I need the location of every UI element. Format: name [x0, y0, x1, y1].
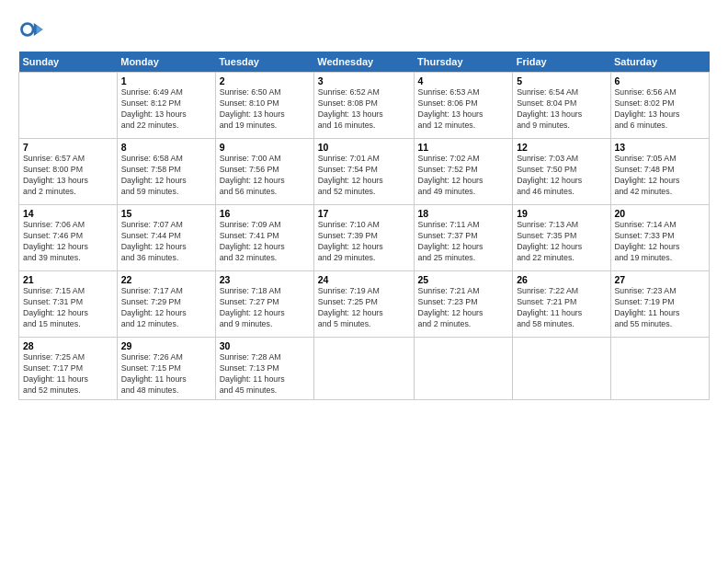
week-row-3: 14Sunrise: 7:06 AMSunset: 7:46 PMDayligh…: [19, 205, 710, 271]
svg-marker-3: [37, 26, 43, 33]
day-info: Sunrise: 7:01 AMSunset: 7:54 PMDaylight:…: [318, 154, 410, 198]
svg-point-1: [23, 25, 32, 34]
day-info: Sunrise: 7:23 AMSunset: 7:19 PMDaylight:…: [615, 286, 706, 330]
day-number: 23: [220, 274, 310, 285]
calendar-cell: 30Sunrise: 7:28 AMSunset: 7:13 PMDayligh…: [215, 338, 313, 400]
calendar-cell: 13Sunrise: 7:05 AMSunset: 7:48 PMDayligh…: [610, 139, 710, 205]
calendar-cell: 5Sunrise: 6:54 AMSunset: 8:04 PMDaylight…: [513, 73, 610, 139]
day-number: 5: [517, 75, 606, 86]
day-number: 2: [220, 75, 310, 86]
weekday-header-sunday: Sunday: [19, 52, 118, 73]
day-info: Sunrise: 7:18 AMSunset: 7:27 PMDaylight:…: [220, 286, 310, 330]
calendar-cell: 20Sunrise: 7:14 AMSunset: 7:33 PMDayligh…: [610, 205, 710, 271]
day-number: 6: [615, 75, 706, 86]
calendar-cell: 17Sunrise: 7:10 AMSunset: 7:39 PMDayligh…: [313, 205, 414, 271]
day-info: Sunrise: 6:50 AMSunset: 8:10 PMDaylight:…: [220, 87, 310, 132]
day-info: Sunrise: 6:52 AMSunset: 8:08 PMDaylight:…: [318, 87, 410, 132]
weekday-header-saturday: Saturday: [610, 52, 710, 73]
calendar-cell: 18Sunrise: 7:11 AMSunset: 7:37 PMDayligh…: [414, 205, 513, 271]
weekday-header-friday: Friday: [513, 52, 610, 73]
day-number: 15: [121, 208, 211, 219]
day-info: Sunrise: 7:26 AMSunset: 7:15 PMDaylight:…: [121, 352, 211, 396]
day-number: 13: [615, 142, 706, 153]
calendar-cell: 26Sunrise: 7:22 AMSunset: 7:21 PMDayligh…: [513, 271, 610, 338]
calendar-cell: 25Sunrise: 7:21 AMSunset: 7:23 PMDayligh…: [414, 271, 513, 338]
day-number: 28: [23, 340, 113, 351]
calendar-cell: 4Sunrise: 6:53 AMSunset: 8:06 PMDaylight…: [414, 73, 513, 139]
calendar-cell: [19, 73, 118, 139]
logo-icon: [18, 17, 44, 42]
page: SundayMondayTuesdayWednesdayThursdayFrid…: [0, 0, 728, 563]
day-info: Sunrise: 7:22 AMSunset: 7:21 PMDaylight:…: [517, 286, 606, 330]
day-number: 1: [121, 75, 211, 86]
day-number: 26: [517, 274, 606, 285]
weekday-header-wednesday: Wednesday: [313, 52, 414, 73]
day-number: 18: [418, 208, 509, 219]
day-number: 29: [121, 340, 211, 351]
day-number: 25: [418, 274, 509, 285]
week-row-1: 1Sunrise: 6:49 AMSunset: 8:12 PMDaylight…: [19, 73, 710, 139]
calendar-cell: 27Sunrise: 7:23 AMSunset: 7:19 PMDayligh…: [610, 271, 710, 338]
day-number: 9: [220, 142, 310, 153]
day-number: 19: [517, 208, 606, 219]
day-info: Sunrise: 6:49 AMSunset: 8:12 PMDaylight:…: [121, 87, 211, 132]
day-info: Sunrise: 6:56 AMSunset: 8:02 PMDaylight:…: [615, 87, 706, 132]
day-info: Sunrise: 7:13 AMSunset: 7:35 PMDaylight:…: [517, 220, 606, 264]
calendar-cell: 14Sunrise: 7:06 AMSunset: 7:46 PMDayligh…: [19, 205, 118, 271]
day-info: Sunrise: 7:25 AMSunset: 7:17 PMDaylight:…: [23, 352, 113, 396]
day-number: 17: [318, 208, 410, 219]
header: [18, 17, 710, 42]
day-info: Sunrise: 7:15 AMSunset: 7:31 PMDaylight:…: [23, 286, 113, 330]
day-number: 21: [23, 274, 113, 285]
day-info: Sunrise: 7:11 AMSunset: 7:37 PMDaylight:…: [418, 220, 509, 264]
calendar-cell: 22Sunrise: 7:17 AMSunset: 7:29 PMDayligh…: [117, 271, 215, 338]
day-number: 8: [121, 142, 211, 153]
day-info: Sunrise: 7:06 AMSunset: 7:46 PMDaylight:…: [23, 220, 113, 264]
calendar-cell: 19Sunrise: 7:13 AMSunset: 7:35 PMDayligh…: [513, 205, 610, 271]
week-row-2: 7Sunrise: 6:57 AMSunset: 8:00 PMDaylight…: [19, 139, 710, 205]
day-info: Sunrise: 7:14 AMSunset: 7:33 PMDaylight:…: [615, 220, 706, 264]
calendar-cell: [513, 338, 610, 400]
calendar-cell: [313, 338, 414, 400]
calendar-cell: 12Sunrise: 7:03 AMSunset: 7:50 PMDayligh…: [513, 139, 610, 205]
calendar-cell: 29Sunrise: 7:26 AMSunset: 7:15 PMDayligh…: [117, 338, 215, 400]
day-number: 12: [517, 142, 606, 153]
day-info: Sunrise: 6:57 AMSunset: 8:00 PMDaylight:…: [23, 154, 113, 198]
day-info: Sunrise: 7:10 AMSunset: 7:39 PMDaylight:…: [318, 220, 410, 264]
calendar-cell: 23Sunrise: 7:18 AMSunset: 7:27 PMDayligh…: [215, 271, 313, 338]
calendar-cell: 11Sunrise: 7:02 AMSunset: 7:52 PMDayligh…: [414, 139, 513, 205]
day-number: 3: [318, 75, 410, 86]
day-number: 11: [418, 142, 509, 153]
day-info: Sunrise: 7:19 AMSunset: 7:25 PMDaylight:…: [318, 286, 410, 330]
day-info: Sunrise: 7:05 AMSunset: 7:48 PMDaylight:…: [615, 154, 706, 198]
calendar-cell: 6Sunrise: 6:56 AMSunset: 8:02 PMDaylight…: [610, 73, 710, 139]
weekday-header-row: SundayMondayTuesdayWednesdayThursdayFrid…: [19, 52, 710, 73]
calendar-cell: 1Sunrise: 6:49 AMSunset: 8:12 PMDaylight…: [117, 73, 215, 139]
calendar-cell: 16Sunrise: 7:09 AMSunset: 7:41 PMDayligh…: [215, 205, 313, 271]
week-row-4: 21Sunrise: 7:15 AMSunset: 7:31 PMDayligh…: [19, 271, 710, 338]
day-number: 24: [318, 274, 410, 285]
calendar-cell: 3Sunrise: 6:52 AMSunset: 8:08 PMDaylight…: [313, 73, 414, 139]
day-info: Sunrise: 7:09 AMSunset: 7:41 PMDaylight:…: [220, 220, 310, 264]
calendar-cell: 28Sunrise: 7:25 AMSunset: 7:17 PMDayligh…: [19, 338, 118, 400]
week-row-5: 28Sunrise: 7:25 AMSunset: 7:17 PMDayligh…: [19, 338, 710, 400]
calendar-cell: 7Sunrise: 6:57 AMSunset: 8:00 PMDaylight…: [19, 139, 118, 205]
logo: [18, 17, 48, 42]
day-info: Sunrise: 6:54 AMSunset: 8:04 PMDaylight:…: [517, 87, 606, 132]
calendar-cell: [610, 338, 710, 400]
calendar-cell: 24Sunrise: 7:19 AMSunset: 7:25 PMDayligh…: [313, 271, 414, 338]
day-number: 4: [418, 75, 509, 86]
day-number: 14: [23, 208, 113, 219]
calendar-cell: 2Sunrise: 6:50 AMSunset: 8:10 PMDaylight…: [215, 73, 313, 139]
day-number: 22: [121, 274, 211, 285]
day-info: Sunrise: 7:07 AMSunset: 7:44 PMDaylight:…: [121, 220, 211, 264]
weekday-header-tuesday: Tuesday: [215, 52, 313, 73]
calendar-cell: 15Sunrise: 7:07 AMSunset: 7:44 PMDayligh…: [117, 205, 215, 271]
weekday-header-monday: Monday: [117, 52, 215, 73]
day-number: 10: [318, 142, 410, 153]
calendar-table: SundayMondayTuesdayWednesdayThursdayFrid…: [18, 52, 710, 400]
day-number: 30: [220, 340, 310, 351]
weekday-header-thursday: Thursday: [414, 52, 513, 73]
calendar-cell: 9Sunrise: 7:00 AMSunset: 7:56 PMDaylight…: [215, 139, 313, 205]
day-info: Sunrise: 6:58 AMSunset: 7:58 PMDaylight:…: [121, 154, 211, 198]
